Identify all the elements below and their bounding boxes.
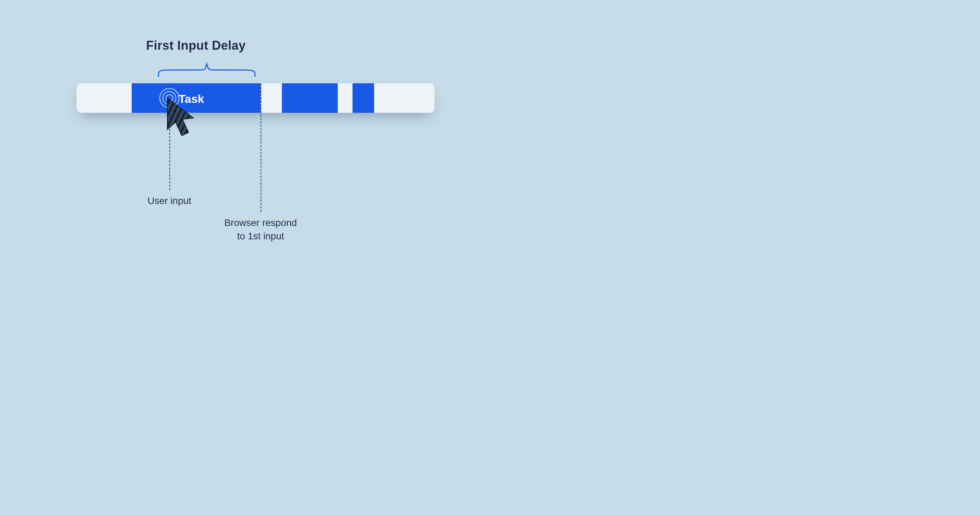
annotation-browser-respond-line2: to 1st input [237, 231, 284, 242]
timeline-track [76, 83, 434, 113]
cursor-arrow-icon [165, 97, 202, 141]
task-block-3 [353, 83, 374, 113]
diagram-title: First Input Delay [146, 38, 246, 53]
task-block-2 [282, 83, 338, 113]
annotation-browser-respond: Browser respond to 1st input [224, 216, 297, 243]
brace-icon [157, 61, 256, 78]
annotation-browser-respond-line1: Browser respond [224, 218, 297, 228]
diagram-canvas: First Input Delay Task User input Browse… [0, 0, 980, 515]
annotation-user-input: User input [148, 194, 191, 207]
guide-line-browser-respond [261, 84, 261, 212]
guide-line-user-input [169, 115, 170, 190]
